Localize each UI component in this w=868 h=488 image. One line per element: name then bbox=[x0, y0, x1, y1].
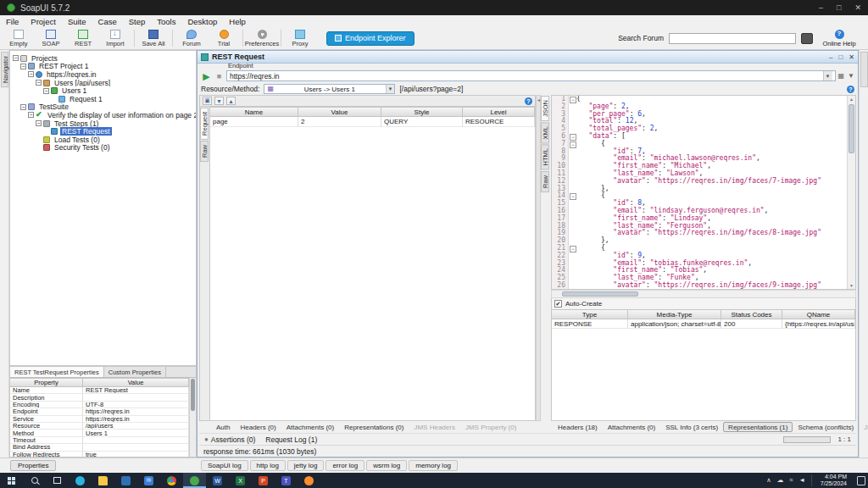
tree-node-request-1[interactable]: Request 1 bbox=[10, 95, 196, 103]
request-tab-attachments-0[interactable]: Attachments (0) bbox=[281, 422, 339, 432]
tree-node-testsuite[interactable]: −TestSuite bbox=[10, 103, 196, 112]
response-view-tab-json[interactable]: JSON bbox=[541, 96, 549, 121]
chevron-down-icon[interactable]: ▼ bbox=[848, 72, 854, 80]
collapse-icon[interactable]: − bbox=[13, 55, 19, 61]
table-row[interactable]: MethodUsers 1 bbox=[10, 430, 189, 436]
chevron-down-icon[interactable]: ▼ bbox=[823, 71, 832, 80]
column-header[interactable]: Style bbox=[381, 107, 463, 117]
menu-help[interactable]: Help bbox=[223, 17, 252, 26]
empty-project-button[interactable]: Empty bbox=[3, 27, 35, 49]
mail-icon[interactable]: ✉ bbox=[137, 473, 160, 488]
request-tab-auth[interactable]: Auth bbox=[211, 422, 235, 432]
request-view-tab-raw[interactable]: Raw bbox=[200, 141, 209, 162]
response-tab-headers-18[interactable]: Headers (18) bbox=[553, 422, 603, 432]
forum-button[interactable]: Forum bbox=[175, 27, 208, 49]
rest-project-button[interactable]: REST bbox=[67, 27, 99, 49]
vertical-scrollbar[interactable]: ▲ ▼ bbox=[847, 96, 855, 289]
proxy-button[interactable]: Proxy bbox=[284, 27, 316, 49]
collapse-icon[interactable]: − bbox=[36, 120, 42, 126]
network-icon[interactable]: ≈ bbox=[789, 477, 793, 484]
fold-icon[interactable] bbox=[569, 96, 576, 103]
response-tab-ssl-info-3-certs[interactable]: SSL Info (3 certs) bbox=[660, 422, 723, 432]
table-row[interactable]: Timeout bbox=[10, 437, 189, 444]
table-cell[interactable]: QUERY bbox=[381, 117, 463, 127]
response-view-tab-html[interactable]: HTML bbox=[541, 144, 549, 169]
collapse-icon[interactable]: − bbox=[20, 64, 26, 69]
menu-tools[interactable]: Tools bbox=[151, 17, 181, 26]
chrome-icon[interactable] bbox=[160, 473, 183, 488]
request-tab-headers-0[interactable]: Headers (0) bbox=[235, 422, 281, 432]
edge-icon[interactable] bbox=[69, 473, 92, 488]
table-cell[interactable]: https://reqres.in bbox=[83, 408, 189, 415]
collapse-icon[interactable]: − bbox=[36, 80, 42, 86]
scrollbar-thumb[interactable] bbox=[191, 379, 195, 411]
resource-method-combobox[interactable]: ▦ Users -> Users 1 ▼ bbox=[264, 84, 395, 94]
move-down-icon[interactable]: ▼ bbox=[214, 97, 224, 105]
table-row[interactable]: Resource/api/users bbox=[10, 423, 189, 430]
submit-request-button[interactable]: ▶ bbox=[201, 72, 212, 81]
log-tab-http-log[interactable]: http log bbox=[250, 460, 286, 471]
fold-icon[interactable] bbox=[569, 245, 576, 252]
response-editor[interactable]: 1{2 "page": 2,3 "per_page": 6,4 "total":… bbox=[551, 95, 856, 290]
scrollbar-thumb[interactable] bbox=[562, 291, 638, 297]
collapse-icon[interactable]: − bbox=[20, 104, 26, 110]
collapse-icon[interactable]: − bbox=[28, 71, 34, 77]
response-tab-representations-1[interactable]: Representations (1) bbox=[723, 422, 793, 432]
tab-rest-testrequest-properties[interactable]: REST TestRequest Properties bbox=[10, 367, 104, 377]
excel-icon[interactable]: X bbox=[229, 473, 252, 488]
minimize-button[interactable]: – bbox=[819, 3, 823, 12]
table-cell[interactable]: true bbox=[83, 452, 189, 457]
table-cell[interactable]: page bbox=[210, 117, 298, 127]
collapse-icon[interactable]: − bbox=[28, 112, 34, 118]
word-icon[interactable]: W bbox=[206, 473, 229, 488]
online-help-button[interactable]: ? Online Help bbox=[818, 30, 860, 47]
tree-node-security-tests-0[interactable]: Security Tests (0) bbox=[10, 144, 196, 152]
search-forum-input[interactable] bbox=[669, 33, 796, 44]
endpoint-explorer-button[interactable]: Endpoint Explorer bbox=[326, 31, 415, 46]
request-log-tab[interactable]: Request Log (1) bbox=[265, 435, 317, 444]
navigator-tab[interactable]: Navigator bbox=[1, 52, 8, 87]
log-tab-soapui-log[interactable]: SoapUI log bbox=[201, 460, 248, 471]
table-cell[interactable]: /api/users bbox=[83, 423, 189, 430]
help-icon[interactable]: ? bbox=[525, 97, 532, 105]
fold-icon[interactable] bbox=[569, 141, 576, 148]
tree-node-load-tests-0[interactable]: Load Tests (0) bbox=[10, 136, 196, 144]
inner-close-button[interactable]: ✕ bbox=[849, 53, 854, 61]
tree-node-rest-project-1[interactable]: −REST Project 1 bbox=[10, 63, 196, 71]
task-view-icon[interactable] bbox=[46, 473, 69, 488]
action-center-icon[interactable] bbox=[857, 476, 865, 485]
docked-window-tab[interactable] bbox=[860, 52, 868, 87]
store-icon[interactable] bbox=[114, 473, 137, 488]
table-cell[interactable]: Timeout bbox=[10, 437, 83, 444]
teams-icon[interactable]: T bbox=[275, 473, 298, 488]
column-header[interactable]: Value bbox=[83, 378, 189, 387]
collapse-icon[interactable]: − bbox=[43, 88, 49, 94]
horizontal-scrollbar[interactable] bbox=[551, 290, 856, 298]
table-cell[interactable]: Service bbox=[10, 416, 83, 423]
column-header[interactable]: Level bbox=[463, 107, 535, 117]
request-view-tab-request[interactable]: Request bbox=[200, 108, 209, 140]
column-header[interactable]: Value bbox=[298, 107, 381, 117]
table-cell[interactable]: Follow Redirects bbox=[10, 452, 83, 457]
fold-icon[interactable] bbox=[569, 133, 576, 141]
search-go-button[interactable] bbox=[801, 33, 813, 44]
import-project-button[interactable]: Import bbox=[99, 27, 131, 49]
tab-custom-properties[interactable]: Custom Properties bbox=[104, 367, 166, 377]
tree-node-users-1[interactable]: −Users 1 bbox=[10, 86, 196, 95]
endpoint-combobox[interactable]: https://reqres.in ▼ bbox=[226, 70, 836, 81]
column-header[interactable]: Status Codes bbox=[721, 309, 782, 319]
file-explorer-icon[interactable] bbox=[92, 473, 114, 488]
table-row[interactable]: NameREST Request bbox=[10, 387, 189, 394]
tree-node-projects[interactable]: −Projects bbox=[10, 54, 196, 63]
table-row[interactable]: Endpointhttps://reqres.in bbox=[10, 408, 189, 415]
soapui-icon[interactable] bbox=[183, 473, 206, 488]
cancel-request-button[interactable]: ■ bbox=[214, 72, 224, 81]
log-tab-jetty-log[interactable]: jetty log bbox=[287, 460, 325, 471]
table-cell[interactable] bbox=[83, 394, 189, 401]
close-button[interactable]: ✕ bbox=[854, 3, 861, 12]
table-cell[interactable] bbox=[83, 444, 189, 451]
table-cell[interactable]: Method bbox=[10, 430, 83, 436]
menu-project[interactable]: Project bbox=[25, 17, 62, 26]
response-view-tab-xml[interactable]: XML bbox=[541, 122, 549, 143]
scroll-down-icon[interactable]: ▼ bbox=[848, 283, 855, 288]
